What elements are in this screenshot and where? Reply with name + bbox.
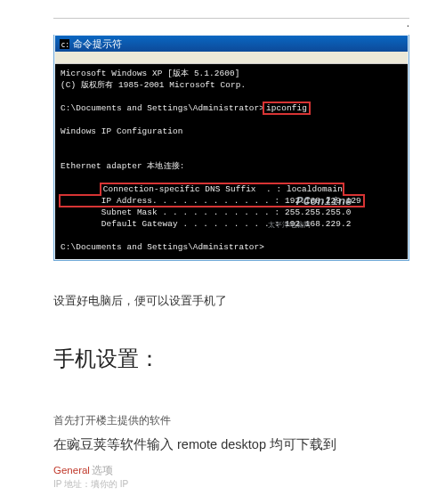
cmd-menubar [55,52,408,64]
svg-text:c:: c: [61,40,69,48]
cmd-adapter-header: Ethernet adapter 本地连接: [61,161,184,171]
cmd-prompt1-prefix: C:\Documents and Settings\Administrator> [61,103,264,113]
section-heading-phone-settings: 手机设置： [53,345,409,373]
cmd-window: c: 命令提示符 Microsoft Windows XP [版本 5.1.26… [55,36,408,259]
cmd-icon: c: [59,38,69,49]
cutoff-text: IP 地址：填你的 IP [53,478,409,491]
cmd-ipconfig-highlight: ipconfig [264,103,309,113]
general-label-red: General [53,465,90,476]
cmd-ipconf-header: Windows IP Configuration [61,126,182,136]
cmd-line-os: Microsoft Windows XP [版本 5.1.2600] [61,69,239,78]
cmd-console: Microsoft Windows XP [版本 5.1.2600] (C) 版… [55,64,408,259]
cmd-line-copyright: (C) 版权所有 1985-2001 Microsoft Corp. [61,80,246,90]
cmd-title: 命令提示符 [73,37,122,51]
general-label-grey: 选项 [92,465,113,476]
paragraph-remote-desktop: 在豌豆荚等软件输入 remote desktop 均可下载到 [53,436,409,453]
cmd-titlebar: c: 命令提示符 [55,36,408,52]
watermark-android-icon: 361zn.com [372,225,400,256]
screenshot-frame: c: 命令提示符 Microsoft Windows XP [版本 5.1.26… [53,35,409,261]
paragraph-open-software: 首先打开楼主提供的软件 [53,414,409,427]
general-options-label: General选项 [53,464,409,477]
cmd-prompt1-cmd: ipconfig [266,103,307,113]
paragraph-after-screenshot: 设置好电脑后，便可以设置手机了 [53,293,409,309]
watermark-main: PConline [296,195,352,208]
divider-dot: . [53,17,409,29]
watermark-pconline: PConline 太平洋电脑网 [226,184,352,254]
watermark-sub: 太平洋电脑网 [226,219,352,231]
